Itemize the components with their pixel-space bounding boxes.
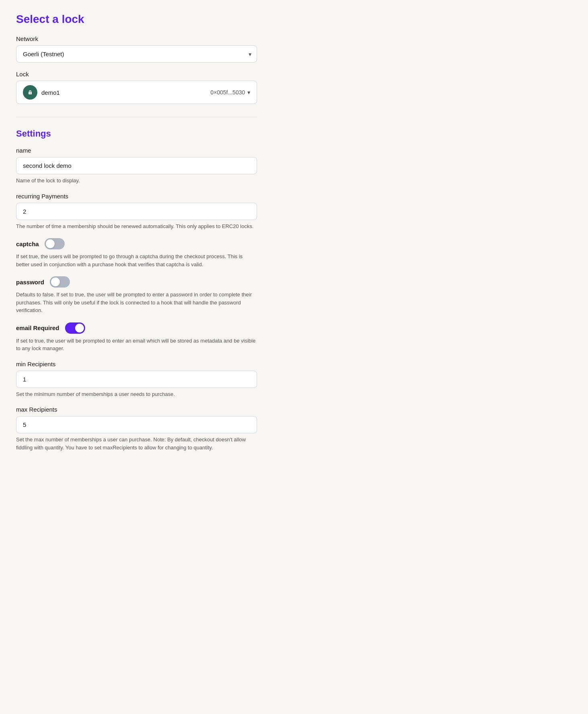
lock-selector-left: demo1	[23, 85, 60, 100]
captcha-toggle-slider	[45, 238, 65, 249]
password-toggle-slider	[50, 276, 70, 288]
name-label: name	[16, 147, 257, 154]
recurring-payments-description: The number of time a membership should b…	[16, 222, 257, 231]
min-recipients-label: min Recipients	[16, 361, 257, 367]
lock-label: Lock	[16, 71, 257, 78]
captcha-label: captcha	[16, 241, 39, 247]
network-select[interactable]: Goerli (Testnet) Ethereum Mainnet Polygo…	[16, 45, 257, 63]
max-recipients-input[interactable]	[16, 416, 257, 433]
email-required-toggle-slider	[65, 322, 85, 334]
network-select-wrapper: Goerli (Testnet) Ethereum Mainnet Polygo…	[16, 45, 257, 63]
recurring-payments-label: recurring Payments	[16, 193, 257, 200]
password-label: password	[16, 279, 44, 286]
password-field-group: password Defaults to false. If set to tr…	[16, 276, 257, 314]
max-recipients-description: Set the max number of memberships a user…	[16, 436, 257, 451]
settings-section: name Name of the lock to display. recurr…	[16, 147, 257, 451]
min-recipients-description: Set the minimum number of memberships a …	[16, 390, 257, 398]
max-recipients-field-group: max Recipients Set the max number of mem…	[16, 406, 257, 451]
password-toggle-row: password	[16, 276, 257, 288]
lock-icon	[23, 85, 37, 100]
name-description: Name of the lock to display.	[16, 177, 257, 185]
password-description: Defaults to false. If set to true, the u…	[16, 291, 257, 314]
email-required-toggle-row: email Required	[16, 322, 257, 334]
lock-dropdown-icon: ▾	[247, 89, 250, 96]
settings-title: Settings	[16, 129, 257, 139]
network-label: Network	[16, 35, 257, 42]
name-input[interactable]	[16, 157, 257, 174]
captcha-toggle[interactable]	[45, 238, 65, 249]
name-field-group: name Name of the lock to display.	[16, 147, 257, 185]
min-recipients-input[interactable]	[16, 371, 257, 388]
lock-field-group: Lock demo1 0×005f...5030 ▾	[16, 71, 257, 104]
page-title: Select a lock	[16, 13, 257, 26]
recurring-payments-input[interactable]	[16, 203, 257, 220]
network-section: Network Goerli (Testnet) Ethereum Mainne…	[16, 35, 257, 104]
recurring-payments-field-group: recurring Payments The number of time a …	[16, 193, 257, 231]
lock-address: 0×005f...5030 ▾	[210, 89, 250, 96]
lock-address-text: 0×005f...5030	[210, 89, 245, 96]
password-toggle[interactable]	[50, 276, 70, 288]
captcha-field-group: captcha If set true, the users will be p…	[16, 238, 257, 268]
email-required-field-group: email Required If set to true, the user …	[16, 322, 257, 353]
captcha-toggle-row: captcha	[16, 238, 257, 249]
email-required-label: email Required	[16, 324, 59, 331]
min-recipients-field-group: min Recipients Set the minimum number of…	[16, 361, 257, 398]
lock-selector[interactable]: demo1 0×005f...5030 ▾	[16, 81, 257, 104]
email-required-description: If set to true, the user will be prompte…	[16, 337, 257, 353]
captcha-description: If set true, the users will be prompted …	[16, 253, 257, 268]
lock-name: demo1	[41, 89, 60, 96]
email-required-toggle[interactable]	[65, 322, 85, 334]
divider	[16, 117, 257, 117]
network-field-group: Network Goerli (Testnet) Ethereum Mainne…	[16, 35, 257, 63]
max-recipients-label: max Recipients	[16, 406, 257, 413]
